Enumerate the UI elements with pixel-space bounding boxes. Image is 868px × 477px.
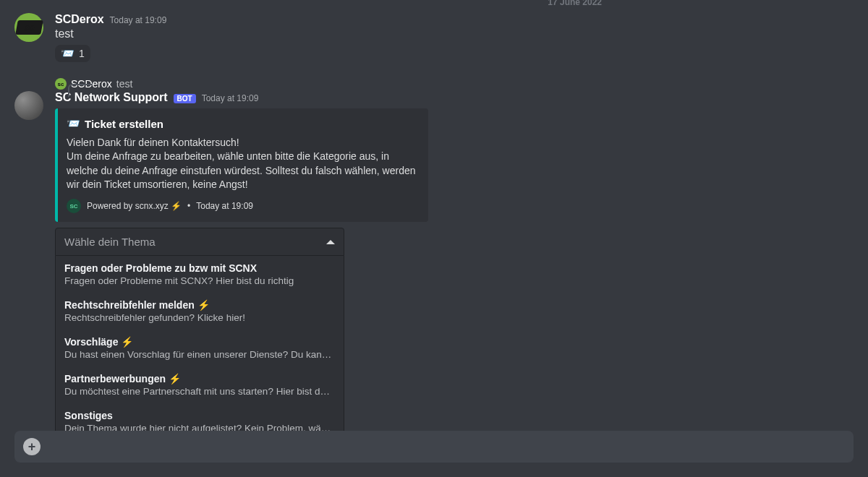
embed-footer: SC Powered by scnx.xyz ⚡ • Today at 19:0… (67, 199, 417, 213)
timestamp: Today at 19:09 (110, 15, 167, 25)
embed-title-text: Ticket erstellen (85, 118, 163, 130)
bot-badge: BOT (174, 94, 196, 103)
sidebar-date: 17 June 2022 (548, 0, 602, 7)
option-label: Rechtschreibfehler melden ⚡ (64, 299, 335, 311)
reply-avatar: sc (55, 78, 67, 90)
username[interactable]: SCDerox (55, 13, 104, 26)
attach-button[interactable]: + (23, 438, 41, 455)
reply-spine-icon (68, 84, 93, 97)
option-description: Du möchtest eine Partnerschaft mit uns s… (64, 386, 335, 397)
avatar[interactable]: sc (14, 13, 43, 42)
reply-content: test (116, 78, 133, 90)
embed-footer-time: Today at 19:09 (196, 201, 253, 211)
option-description: Fragen oder Probleme mit SCNX? Hier bist… (64, 275, 335, 286)
avatar-text: sc (15, 20, 43, 35)
embed-description: Vielen Dank für deinen Kontaktersuch! Um… (67, 136, 417, 192)
select-placeholder: Wähle dein Thema (64, 236, 156, 248)
option-label: Vorschläge ⚡ (64, 336, 335, 348)
select-option[interactable]: Fragen oder Probleme zu bzw mit SCNXFrag… (56, 256, 344, 293)
embed-title-icon: 📨 (67, 117, 80, 130)
timestamp: Today at 19:09 (202, 93, 259, 103)
option-description: Du hast einen Vorschlag für einen unsere… (64, 349, 335, 360)
embed-footer-separator: • (187, 201, 190, 211)
embed-footer-icon: SC (67, 199, 81, 213)
option-label: Partnerbewerbungen ⚡ (64, 373, 335, 384)
select-option[interactable]: Partnerbewerbungen ⚡Du möchtest eine Par… (56, 366, 344, 403)
message-bot: SC Network Support BOT Today at 19:09 📨 … (0, 90, 868, 442)
reply-reference[interactable]: sc SCDerox test (41, 77, 868, 90)
option-label: Fragen oder Probleme zu bzw mit SCNX (64, 262, 335, 274)
embed-title: 📨 Ticket erstellen (67, 117, 417, 130)
chevron-up-icon (326, 240, 335, 244)
embed: 📨 Ticket erstellen Vielen Dank für deine… (55, 108, 428, 222)
select-options-list: Fragen oder Probleme zu bzw mit SCNXFrag… (55, 256, 344, 441)
reaction[interactable]: 📨 1 (55, 45, 90, 62)
select-option[interactable]: Rechtschreibfehler melden ⚡Rechtschreibf… (56, 293, 344, 330)
embed-footer-text: Powered by scnx.xyz ⚡ (87, 201, 182, 211)
reaction-emoji-icon: 📨 (61, 47, 75, 60)
message-content: test (55, 27, 856, 40)
message-user: sc SCDerox Today at 19:09 test 📨 1 (0, 7, 868, 64)
select-option[interactable]: Vorschläge ⚡Du hast einen Vorschlag für … (56, 330, 344, 366)
select-header[interactable]: Wähle dein Thema (55, 228, 344, 256)
option-label: Sonstiges (64, 410, 335, 421)
select-menu: Wähle dein Thema Fragen oder Probleme zu… (55, 228, 344, 441)
message-input-bar[interactable]: + (14, 431, 854, 463)
reaction-count: 1 (79, 48, 85, 59)
option-description: Rechtschreibfehler gefunden? Klicke hier… (64, 312, 335, 323)
avatar[interactable] (14, 91, 43, 120)
